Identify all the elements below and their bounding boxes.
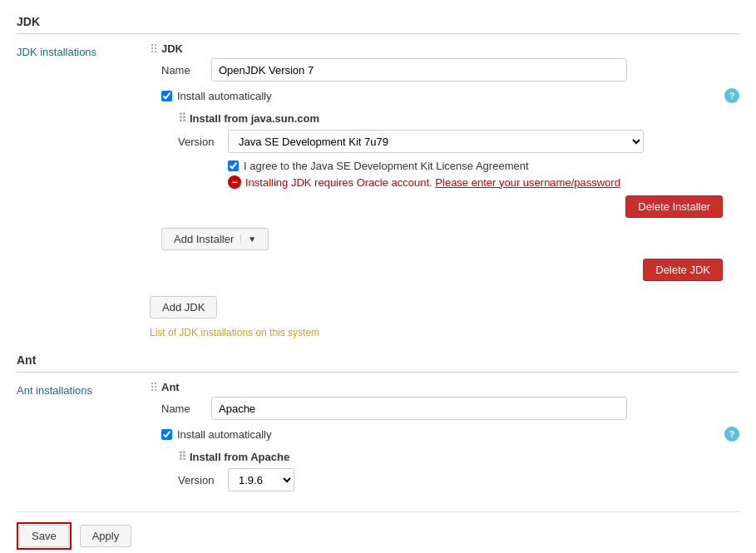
ant-subsection-header: Install from Apache — [190, 451, 289, 463]
jdk-error-link[interactable]: Please enter your username/password — [435, 176, 620, 189]
ant-installations-label: Ant installations — [17, 381, 150, 397]
jdk-block-header: JDK — [161, 42, 739, 55]
jdk-section-header: JDK — [17, 8, 739, 34]
jdk-drag-handle[interactable]: ⠿ — [150, 42, 158, 56]
ant-install-auto-label: Install automatically — [177, 428, 271, 441]
ant-version-label: Version — [178, 474, 228, 486]
jdk-hint-text: List of JDK installations on this system — [150, 327, 739, 338]
save-btn-wrapper: Save — [17, 522, 72, 550]
ant-version-select[interactable]: 1.9.6 1.9.5 1.9.4 1.9.3 — [228, 468, 294, 491]
ant-section-header: Ant — [17, 347, 739, 373]
bottom-bar: Save Apply — [17, 511, 739, 553]
jdk-agree-checkbox[interactable] — [228, 160, 239, 171]
delete-jdk-button[interactable]: Delete JDK — [643, 259, 723, 281]
save-button[interactable]: Save — [19, 525, 69, 547]
apply-button[interactable]: Apply — [80, 525, 132, 547]
jdk-error-text: Installing JDK requires Oracle account. — [245, 176, 432, 189]
jdk-subsection-header: Install from java.sun.com — [190, 112, 319, 125]
jdk-version-select[interactable]: Java SE Development Kit 7u79 — [228, 130, 644, 153]
jdk-name-label: Name — [161, 64, 211, 77]
installer-drag-handle[interactable]: ⠿ — [178, 111, 186, 125]
ant-drag-handle[interactable]: ⠿ — [150, 381, 158, 394]
delete-installer-button[interactable]: Delete Installer — [625, 195, 723, 218]
jdk-agree-label: I agree to the Java SE Development Kit L… — [244, 160, 529, 172]
add-installer-button[interactable]: Add Installer ▼ — [161, 228, 269, 250]
ant-block-header: Ant — [161, 381, 739, 393]
ant-help-icon[interactable]: ? — [724, 427, 739, 442]
ant-name-input[interactable] — [211, 397, 627, 420]
jdk-help-icon[interactable]: ? — [724, 88, 739, 103]
add-installer-arrow[interactable]: ▼ — [240, 235, 256, 244]
ant-name-label: Name — [161, 402, 211, 415]
ant-install-auto-checkbox[interactable] — [161, 429, 172, 440]
jdk-installations-label: JDK installations — [17, 42, 150, 58]
jdk-install-auto-checkbox[interactable] — [161, 91, 172, 101]
error-icon: − — [228, 175, 241, 189]
jdk-name-input[interactable] — [211, 58, 627, 81]
add-jdk-button[interactable]: Add JDK — [150, 296, 217, 318]
jdk-install-auto-label: Install automatically — [177, 90, 271, 102]
jdk-version-label: Version — [178, 136, 228, 148]
ant-installer-drag-handle[interactable]: ⠿ — [178, 450, 186, 463]
